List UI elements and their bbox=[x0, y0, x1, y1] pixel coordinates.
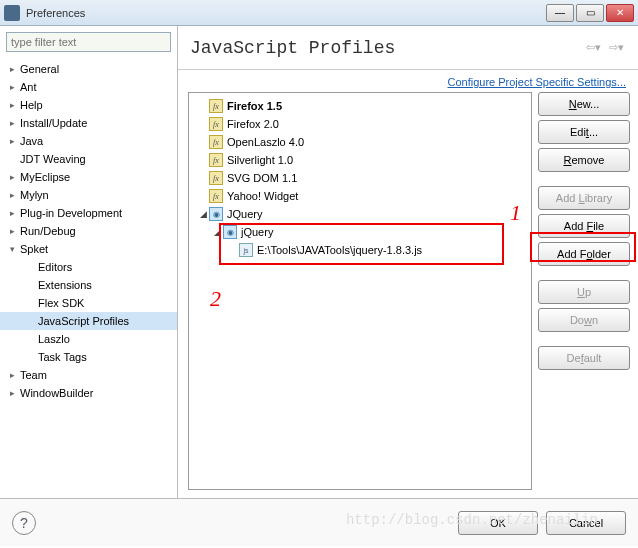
chevron-down-icon[interactable]: ◢ bbox=[211, 227, 223, 237]
spacer bbox=[24, 279, 36, 291]
add-folder-button[interactable]: Add Folder bbox=[538, 242, 630, 266]
sidebar-item-editors[interactable]: Editors bbox=[0, 258, 177, 276]
sidebar-item-task-tags[interactable]: Task Tags bbox=[0, 348, 177, 366]
tree-label: Laszlo bbox=[38, 333, 70, 345]
buttons-column: New... Edit... Remove Add Library Add Fi… bbox=[538, 92, 630, 490]
profile-item[interactable]: fxOpenLaszlo 4.0 bbox=[191, 133, 529, 151]
default-button[interactable]: Default bbox=[538, 346, 630, 370]
chevron-right-icon[interactable]: ▸ bbox=[6, 135, 18, 147]
profile-item[interactable]: fxSilverlight 1.0 bbox=[191, 151, 529, 169]
profile-item[interactable]: fxYahoo! Widget bbox=[191, 187, 529, 205]
add-library-button[interactable]: Add Library bbox=[538, 186, 630, 210]
sidebar-item-help[interactable]: ▸Help bbox=[0, 96, 177, 114]
file-icon: js bbox=[239, 243, 253, 257]
chevron-right-icon[interactable]: ▸ bbox=[6, 171, 18, 183]
sidebar-item-extensions[interactable]: Extensions bbox=[0, 276, 177, 294]
chevron-right-icon[interactable]: ▸ bbox=[6, 225, 18, 237]
sidebar-item-run-debug[interactable]: ▸Run/Debug bbox=[0, 222, 177, 240]
configure-project-link[interactable]: Configure Project Specific Settings... bbox=[447, 76, 626, 88]
sidebar-item-install-update[interactable]: ▸Install/Update bbox=[0, 114, 177, 132]
tree-label: General bbox=[20, 63, 59, 75]
chevron-right-icon[interactable]: ▸ bbox=[6, 117, 18, 129]
chevron-right-icon[interactable]: ▸ bbox=[6, 81, 18, 93]
chevron-down-icon[interactable]: ▾ bbox=[6, 243, 18, 255]
footer: ? OK Cancel bbox=[0, 498, 638, 546]
help-icon[interactable]: ? bbox=[12, 511, 36, 535]
forward-arrow-icon[interactable]: ⇨▾ bbox=[607, 39, 626, 56]
chevron-right-icon[interactable]: ▸ bbox=[6, 99, 18, 111]
tree-label: Task Tags bbox=[38, 351, 87, 363]
down-button[interactable]: Down bbox=[538, 308, 630, 332]
chevron-right-icon[interactable]: ▸ bbox=[6, 387, 18, 399]
tree-label: Help bbox=[20, 99, 43, 111]
chevron-right-icon[interactable]: ▸ bbox=[6, 63, 18, 75]
minimize-button[interactable]: — bbox=[546, 4, 574, 22]
close-button[interactable]: ✕ bbox=[606, 4, 634, 22]
profile-item[interactable]: ◢◉JQuery bbox=[191, 205, 529, 223]
profiles-tree[interactable]: fxFirefox 1.5fxFirefox 2.0fxOpenLaszlo 4… bbox=[188, 92, 532, 490]
fx-icon: fx bbox=[209, 135, 223, 149]
sidebar-item-java[interactable]: ▸Java bbox=[0, 132, 177, 150]
spacer bbox=[24, 333, 36, 345]
sidebar-item-javascript-profiles[interactable]: JavaScript Profiles bbox=[0, 312, 177, 330]
titlebar: Preferences — ▭ ✕ bbox=[0, 0, 638, 26]
spacer bbox=[6, 153, 18, 165]
chevron-down-icon[interactable]: ◢ bbox=[197, 209, 209, 219]
sidebar-item-laszlo[interactable]: Laszlo bbox=[0, 330, 177, 348]
remove-button[interactable]: Remove bbox=[538, 148, 630, 172]
main-area: ▸General▸Ant▸Help▸Install/Update▸JavaJDT… bbox=[0, 26, 638, 498]
profile-label: Firefox 1.5 bbox=[227, 100, 282, 112]
spacer bbox=[24, 297, 36, 309]
window-title: Preferences bbox=[26, 7, 546, 19]
tree-label: Mylyn bbox=[20, 189, 49, 201]
sidebar-item-team[interactable]: ▸Team bbox=[0, 366, 177, 384]
back-arrow-icon[interactable]: ⇦▾ bbox=[584, 39, 603, 56]
up-button[interactable]: Up bbox=[538, 280, 630, 304]
new-button[interactable]: New... bbox=[538, 92, 630, 116]
sidebar-item-windowbuilder[interactable]: ▸WindowBuilder bbox=[0, 384, 177, 402]
profile-item[interactable]: ◢◉jQuery bbox=[191, 223, 529, 241]
tree-label: Spket bbox=[20, 243, 48, 255]
profile-item[interactable]: jsE:\Tools\JAVATools\jquery-1.8.3.js bbox=[191, 241, 529, 259]
sidebar-item-jdt-weaving[interactable]: JDT Weaving bbox=[0, 150, 177, 168]
sidebar-item-myeclipse[interactable]: ▸MyEclipse bbox=[0, 168, 177, 186]
sidebar-item-mylyn[interactable]: ▸Mylyn bbox=[0, 186, 177, 204]
chevron-right-icon[interactable]: ▸ bbox=[6, 369, 18, 381]
preferences-tree[interactable]: ▸General▸Ant▸Help▸Install/Update▸JavaJDT… bbox=[0, 58, 177, 498]
sidebar-item-ant[interactable]: ▸Ant bbox=[0, 78, 177, 96]
content-header: JavaScript Profiles ⇦▾ ⇨▾ bbox=[178, 26, 638, 70]
tree-label: Run/Debug bbox=[20, 225, 76, 237]
fx-icon: fx bbox=[209, 117, 223, 131]
fx-icon: fx bbox=[209, 99, 223, 113]
cancel-button[interactable]: Cancel bbox=[546, 511, 626, 535]
filter-input[interactable] bbox=[6, 32, 171, 52]
ok-button[interactable]: OK bbox=[458, 511, 538, 535]
config-link-row: Configure Project Specific Settings... bbox=[178, 70, 638, 92]
tree-label: MyEclipse bbox=[20, 171, 70, 183]
library-icon: ◉ bbox=[223, 225, 237, 239]
profile-item[interactable]: fxFirefox 1.5 bbox=[191, 97, 529, 115]
window-buttons: — ▭ ✕ bbox=[546, 4, 634, 22]
page-title: JavaScript Profiles bbox=[190, 38, 584, 58]
sidebar: ▸General▸Ant▸Help▸Install/Update▸JavaJDT… bbox=[0, 26, 178, 498]
fx-icon: fx bbox=[209, 153, 223, 167]
profile-item[interactable]: fxSVG DOM 1.1 bbox=[191, 169, 529, 187]
tree-label: Editors bbox=[38, 261, 72, 273]
sidebar-item-spket[interactable]: ▾Spket bbox=[0, 240, 177, 258]
tree-label: Flex SDK bbox=[38, 297, 84, 309]
sidebar-item-general[interactable]: ▸General bbox=[0, 60, 177, 78]
tree-label: JavaScript Profiles bbox=[38, 315, 129, 327]
sidebar-item-flex-sdk[interactable]: Flex SDK bbox=[0, 294, 177, 312]
profile-item[interactable]: fxFirefox 2.0 bbox=[191, 115, 529, 133]
nav-arrows: ⇦▾ ⇨▾ bbox=[584, 39, 626, 56]
chevron-right-icon[interactable]: ▸ bbox=[6, 189, 18, 201]
add-file-button[interactable]: Add File bbox=[538, 214, 630, 238]
library-icon: ◉ bbox=[209, 207, 223, 221]
edit-button[interactable]: Edit... bbox=[538, 120, 630, 144]
tree-label: Install/Update bbox=[20, 117, 87, 129]
profile-label: E:\Tools\JAVATools\jquery-1.8.3.js bbox=[257, 244, 422, 256]
fx-icon: fx bbox=[209, 171, 223, 185]
maximize-button[interactable]: ▭ bbox=[576, 4, 604, 22]
chevron-right-icon[interactable]: ▸ bbox=[6, 207, 18, 219]
sidebar-item-plug-in-development[interactable]: ▸Plug-in Development bbox=[0, 204, 177, 222]
